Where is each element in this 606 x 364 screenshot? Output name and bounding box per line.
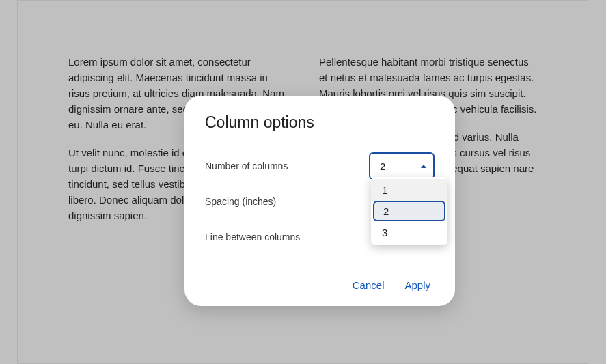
option-2[interactable]: 2 bbox=[373, 201, 445, 221]
columns-dropdown[interactable]: 1 2 3 bbox=[371, 177, 447, 245]
dialog-title: Column options bbox=[205, 113, 435, 132]
option-3[interactable]: 3 bbox=[371, 221, 447, 243]
apply-button[interactable]: Apply bbox=[404, 279, 430, 291]
field-label: Line between columns bbox=[205, 232, 300, 242]
select-value: 2 bbox=[380, 160, 385, 172]
dialog-actions: Cancel Apply bbox=[205, 279, 435, 291]
number-of-columns-select[interactable]: 2 bbox=[369, 152, 435, 180]
field-label: Number of columns bbox=[205, 160, 288, 171]
caret-up-icon bbox=[421, 165, 426, 168]
option-1[interactable]: 1 bbox=[371, 179, 447, 201]
column-options-dialog: Column options Number of columns 2 Spaci… bbox=[184, 96, 455, 306]
cancel-button[interactable]: Cancel bbox=[353, 279, 385, 291]
field-label: Spacing (inches) bbox=[205, 196, 276, 207]
